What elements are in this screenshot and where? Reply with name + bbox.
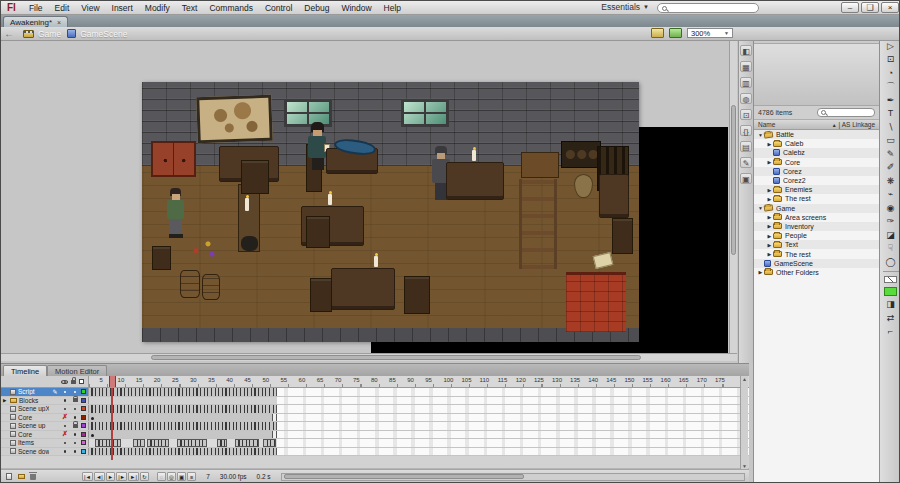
layer-unlocked-dot[interactable] [71, 450, 79, 453]
timeline-layer-scene-up[interactable]: Scene up [1, 422, 749, 431]
pencil-tool[interactable]: ✎ [883, 148, 899, 162]
timeline-layer-scene-upx[interactable]: Scene upX [1, 405, 749, 414]
library-item-calebz[interactable]: Calebz [754, 148, 879, 157]
expand-icon[interactable]: ▶ [766, 214, 773, 220]
layer-unlocked-dot[interactable] [71, 433, 79, 436]
subselection-tool[interactable]: ▷ [883, 40, 899, 54]
layer-unlocked-dot[interactable] [71, 391, 79, 394]
timeline-layer-items[interactable]: Items [1, 439, 749, 448]
color-panel-icon[interactable]: ◧ [740, 45, 752, 56]
stroke-color-swatch[interactable] [884, 276, 897, 283]
step-back-button[interactable]: ◄| [94, 472, 105, 481]
layer-lock-icon[interactable] [71, 398, 79, 402]
fill-color-swatch[interactable] [884, 287, 897, 296]
menu-debug[interactable]: Debug [299, 2, 334, 14]
menu-control[interactable]: Control [260, 2, 297, 14]
new-layer-button[interactable] [4, 472, 14, 481]
layer-name-cell[interactable]: Core✗ [1, 414, 89, 422]
swap-colors-button[interactable]: ⇄ [883, 312, 899, 326]
zoom-tool[interactable]: ◯ [883, 256, 899, 270]
edit-multiple-frames-button[interactable]: ▣ [177, 472, 186, 481]
align-panel-icon[interactable]: ▥ [740, 77, 752, 88]
free-transform-tool[interactable]: ⊡ [883, 53, 899, 67]
code-snippets-panel-icon[interactable]: {} [740, 125, 752, 136]
components-panel-icon[interactable]: ▤ [740, 141, 752, 152]
layer-name-cell[interactable]: Scene upX [1, 405, 89, 413]
stage-horizontal-scrollbar[interactable] [1, 353, 737, 361]
library-item-enemies[interactable]: ▶Enemies [754, 185, 879, 194]
layer-name-cell[interactable]: ▶Blocks [1, 397, 89, 405]
menu-window[interactable]: Window [336, 2, 376, 14]
breadcrumb-scene[interactable]: Game [23, 29, 61, 39]
outline-all-icon[interactable] [79, 379, 84, 384]
expand-icon[interactable]: ▶ [766, 251, 773, 257]
menu-insert[interactable]: Insert [107, 2, 138, 14]
hand-tool[interactable]: ☟ [883, 242, 899, 256]
rectangle-tool[interactable]: ▭ [883, 134, 899, 148]
layer-visible-dot[interactable] [61, 399, 69, 402]
expand-icon[interactable]: ▶ [766, 187, 773, 193]
playhead-line[interactable] [111, 388, 113, 460]
library-item-corez2[interactable]: Corez2 [754, 176, 879, 185]
stage-vertical-scrollbar[interactable] [729, 41, 737, 353]
expand-icon[interactable]: ▶ [766, 242, 773, 248]
layer-visible-dot[interactable] [61, 450, 69, 453]
layer-lock-icon[interactable] [71, 424, 79, 428]
new-folder-button[interactable] [16, 472, 26, 481]
layer-frames-strip[interactable] [89, 448, 749, 456]
stage-canvas-tavern-scene[interactable] [142, 82, 639, 342]
library-column-header[interactable]: Name ▲ | AS Linkage [754, 120, 879, 130]
bone-tool[interactable]: ⌁ [883, 188, 899, 202]
tab-motion-editor[interactable]: Motion Editor [47, 365, 107, 376]
options-button[interactable]: ⌐ [883, 325, 899, 339]
library-item-text[interactable]: ▶Text [754, 240, 879, 249]
first-frame-button[interactable]: |◄ [82, 472, 93, 481]
playhead-marker[interactable] [109, 376, 116, 387]
close-button[interactable]: × [881, 2, 899, 13]
eraser-tool[interactable]: ◪ [883, 229, 899, 243]
menu-modify[interactable]: Modify [140, 2, 175, 14]
layer-name-cell[interactable]: Scene up [1, 422, 89, 430]
expand-icon[interactable]: ▶ [766, 233, 773, 239]
swatches-panel-icon[interactable]: ▦ [740, 61, 752, 72]
transform-panel-icon[interactable]: ⊡ [740, 109, 752, 120]
play-button[interactable]: ► [106, 472, 115, 481]
layer-name-cell[interactable]: Core✗ [1, 431, 89, 439]
library-item-corez[interactable]: Corez [754, 167, 879, 176]
frame-ruler[interactable]: 5101520253035404550556065707580859095100… [89, 376, 749, 387]
layer-frames-strip[interactable] [89, 439, 749, 447]
layer-hidden-icon[interactable]: ✗ [61, 413, 69, 421]
timeline-layer-script[interactable]: Script✎ [1, 388, 749, 397]
layer-name-cell[interactable]: Script✎ [1, 388, 89, 396]
layer-frames-strip[interactable] [89, 388, 749, 396]
minimize-button[interactable]: – [841, 2, 859, 13]
maximize-button[interactable]: ❑ [861, 2, 879, 13]
breadcrumb-symbol[interactable]: GameScene [67, 29, 127, 39]
menu-file[interactable]: File [24, 2, 48, 14]
layer-outline-color-swatch[interactable] [81, 406, 86, 411]
lock-all-icon[interactable] [71, 380, 76, 384]
timeline-layer-core[interactable]: Core✗ [1, 414, 749, 423]
search-input[interactable] [657, 3, 759, 13]
black-white-button[interactable]: ◨ [883, 298, 899, 312]
library-item-battle[interactable]: ▼Battle [754, 130, 879, 139]
library-item-the-rest[interactable]: ▶The rest [754, 194, 879, 203]
onion-skin-outlines-button[interactable]: ◎ [167, 472, 176, 481]
back-button[interactable]: ← [1, 28, 17, 40]
layer-frames-strip[interactable] [89, 422, 749, 430]
paint-bucket-tool[interactable]: ◉ [883, 202, 899, 216]
expand-icon[interactable]: ▶ [757, 269, 764, 275]
scrollbar-thumb[interactable] [284, 474, 524, 479]
layer-unlocked-dot[interactable] [71, 416, 79, 419]
layer-outline-color-swatch[interactable] [81, 389, 86, 394]
layer-outline-color-swatch[interactable] [81, 449, 86, 454]
layer-hidden-icon[interactable]: ✗ [61, 430, 69, 438]
tab-timeline[interactable]: Timeline [3, 365, 47, 376]
layer-outline-color-swatch[interactable] [81, 398, 86, 403]
edit-scene-button[interactable] [651, 28, 664, 38]
edit-symbol-button[interactable] [669, 28, 682, 38]
document-tab-awakening[interactable]: Awakening* × [3, 16, 68, 27]
step-forward-button[interactable]: |► [116, 472, 127, 481]
motion-presets-panel-icon[interactable]: ✎ [740, 157, 752, 168]
column-name[interactable]: Name [758, 121, 775, 128]
